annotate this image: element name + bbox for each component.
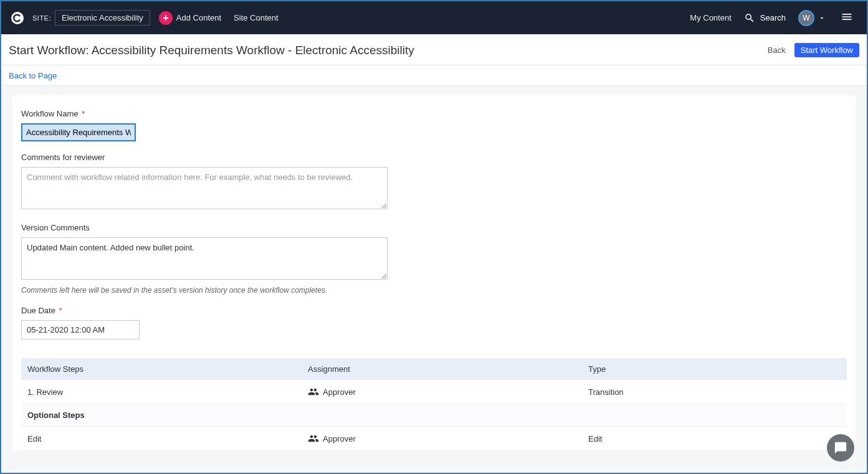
- assignment-cell: Approver: [308, 433, 588, 444]
- site-selector[interactable]: Electronic Accessibility: [55, 10, 150, 26]
- group-icon: [308, 433, 319, 444]
- table-row: Edit Approver Edit: [21, 427, 847, 451]
- hamburger-menu-icon[interactable]: [838, 8, 856, 27]
- type-cell: Transition: [588, 387, 841, 397]
- version-comments-label: Version Comments: [21, 223, 847, 232]
- assignment-cell: Approver: [308, 386, 588, 397]
- topbar: SITE: Electronic Accessibility + Add Con…: [1, 1, 867, 34]
- step-cell: 1. Review: [27, 387, 308, 397]
- back-button[interactable]: Back: [768, 45, 786, 55]
- col-header-assignment: Assignment: [308, 364, 588, 374]
- step-cell: Edit: [27, 434, 308, 443]
- page-title: Start Workflow: Accessibility Requiremen…: [9, 44, 414, 57]
- user-menu[interactable]: W: [798, 10, 826, 26]
- workflow-name-label: Workflow Name *: [21, 109, 847, 118]
- due-date-group: Due Date *: [21, 306, 847, 339]
- version-comments-group: Version Comments Comments left here will…: [21, 223, 847, 295]
- type-cell: Edit: [588, 434, 841, 443]
- workflow-name-group: Workflow Name *: [21, 109, 847, 141]
- optional-steps-header: Optional Steps: [21, 404, 847, 427]
- plus-icon[interactable]: +: [159, 11, 173, 25]
- topbar-right: My Content Search W: [690, 8, 861, 27]
- required-indicator: *: [59, 306, 62, 315]
- version-comments-textarea[interactable]: [21, 237, 388, 280]
- workflow-name-input[interactable]: [21, 123, 136, 141]
- breadcrumb: Back to Page: [1, 65, 867, 86]
- due-date-label: Due Date *: [21, 306, 847, 315]
- table-row: 1. Review Approver Transition: [21, 380, 847, 404]
- group-icon: [308, 386, 319, 397]
- search-icon: [744, 12, 755, 24]
- app-logo-icon[interactable]: [10, 11, 25, 26]
- comments-textarea[interactable]: [21, 167, 388, 209]
- due-date-input[interactable]: [21, 320, 140, 339]
- my-content-link[interactable]: My Content: [690, 13, 731, 22]
- avatar: W: [798, 10, 814, 26]
- workflow-steps-header: Workflow Steps Assignment Type: [21, 358, 847, 380]
- version-help-text: Comments left here will be saved in the …: [21, 286, 847, 295]
- start-workflow-button[interactable]: Start Workflow: [794, 43, 859, 57]
- comments-label: Comments for reviewer: [21, 153, 847, 162]
- form-container: Workflow Name * Comments for reviewer Ve…: [12, 95, 856, 451]
- header-actions: Back Start Workflow: [768, 43, 859, 57]
- site-label: SITE:: [32, 14, 51, 22]
- comments-group: Comments for reviewer: [21, 153, 847, 212]
- search-button[interactable]: Search: [744, 12, 786, 24]
- required-indicator: *: [82, 109, 85, 118]
- chat-widget-button[interactable]: [827, 434, 854, 462]
- search-label: Search: [760, 13, 786, 22]
- col-header-type: Type: [588, 364, 841, 374]
- page-header: Start Workflow: Accessibility Requiremen…: [1, 34, 867, 65]
- site-content-link[interactable]: Site Content: [234, 13, 279, 22]
- add-content-link[interactable]: Add Content: [176, 13, 221, 22]
- chat-icon: [834, 441, 847, 455]
- chevron-down-icon: [818, 14, 826, 22]
- col-header-step: Workflow Steps: [27, 364, 308, 374]
- back-to-page-link[interactable]: Back to Page: [9, 71, 57, 80]
